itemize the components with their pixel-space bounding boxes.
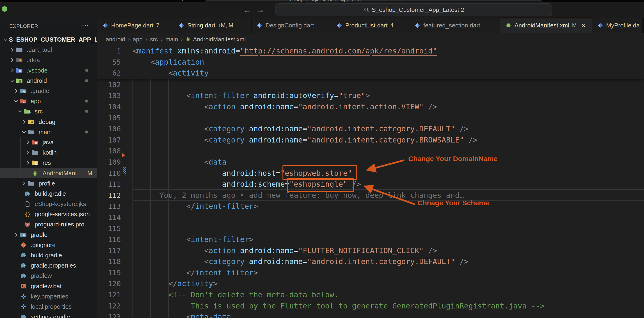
- folder-open-icon: [28, 128, 35, 136]
- sidebar-item-gradlew[interactable]: gradlew: [0, 270, 97, 281]
- chevron-right-icon[interactable]: [25, 160, 31, 166]
- android-icon: [186, 36, 191, 42]
- tab-string-dart[interactable]: String.dart↓M, M: [174, 18, 251, 33]
- chevron-right-icon[interactable]: [21, 119, 27, 124]
- code-line-120[interactable]: 120 </activity>: [97, 278, 644, 290]
- search-icon: [364, 7, 370, 13]
- code-line-115[interactable]: 115: [97, 223, 644, 234]
- sidebar-item-main[interactable]: main: [0, 127, 97, 137]
- code-line-119[interactable]: 119 </intent-filter>: [97, 267, 644, 278]
- sidebar-item-java[interactable]: java: [0, 137, 97, 148]
- code-line-113[interactable]: 113 </intent-filter>: [97, 201, 644, 212]
- sidebar-item-src[interactable]: </>src: [0, 106, 97, 116]
- sidebar-item-gradlew-bat[interactable]: gradlew.bat: [0, 281, 97, 291]
- file-icon: [24, 200, 31, 207]
- code-line-104[interactable]: 104 <action android:name="android.intent…: [97, 101, 644, 112]
- code-line-123[interactable]: 123 <meta-data: [97, 312, 644, 318]
- code-line-62[interactable]: 62 <activity: [97, 68, 644, 79]
- code-line-122[interactable]: 122 This is used by the Flutter tool to …: [97, 300, 644, 312]
- code-line-112[interactable]: 112 You, 2 months ago • add new feature:…: [97, 190, 644, 201]
- chevron-right-icon[interactable]: [13, 88, 19, 94]
- line-number: 117: [97, 245, 121, 256]
- code-line-105[interactable]: 105: [97, 112, 644, 124]
- sidebar-item-android[interactable]: android: [0, 76, 97, 86]
- sidebar-item-settings-gradle[interactable]: settings.gradle: [0, 312, 97, 318]
- tab-productlist-dart[interactable]: ProductList.dart4: [331, 18, 409, 33]
- chevron-down-icon[interactable]: [2, 37, 8, 42]
- breadcrumb: android›app›src›main›AndroidManifest.xml: [97, 33, 644, 46]
- breadcrumb-item-current[interactable]: AndroidManifest.xml: [186, 36, 246, 43]
- code-line-111[interactable]: 111 android:scheme="eshopsingle" />: [97, 179, 644, 190]
- sidebar-item-kotlin[interactable]: kotlin: [0, 148, 97, 158]
- chevron-down-icon[interactable]: [17, 108, 23, 114]
- code-line-114[interactable]: 114: [97, 212, 644, 223]
- breadcrumb-separator: ›: [181, 36, 183, 43]
- code-line-106[interactable]: 106 <category android:name="android.inte…: [97, 124, 644, 134]
- code-line-118[interactable]: 118 <category android:name="android.inte…: [97, 256, 644, 267]
- sidebar-item-androidmani-[interactable]: AndroidMani...M: [0, 168, 97, 178]
- sidebar-item-gradle-properties[interactable]: gradle.properties: [0, 260, 97, 270]
- traffic-light-green[interactable]: [2, 6, 7, 12]
- sidebar-item-gradle[interactable]: gradle: [0, 230, 97, 240]
- nav-back-icon[interactable]: ←: [242, 5, 252, 15]
- folder-slate-icon: [28, 180, 35, 187]
- chevron-down-icon[interactable]: [13, 98, 19, 104]
- chevron-right-icon[interactable]: [21, 180, 27, 186]
- code-line-108[interactable]: 108: [97, 146, 644, 157]
- code-line-116[interactable]: 116 <intent-filter>: [97, 234, 644, 245]
- folder-res-icon: [32, 159, 39, 166]
- close-icon[interactable]: ×: [582, 22, 586, 29]
- sidebar-item-build-gradle[interactable]: build.gradle: [0, 250, 97, 260]
- code-line-103[interactable]: 103 <intent-filter android:autoVerify="t…: [97, 90, 644, 101]
- code-line-102[interactable]: 102: [97, 79, 644, 90]
- tab-designconfig-dart[interactable]: DesignConfig.dart: [252, 18, 331, 33]
- code-editor[interactable]: 1<manifest xmlns:android="http://schemas…: [97, 46, 644, 318]
- sidebar-item-s-eshop-customer-app-la-[interactable]: S_ESHOP_CUSTOMER_APP_LA...: [0, 34, 97, 45]
- sidebar-item-debug[interactable]: debug: [0, 117, 97, 127]
- elephant-icon: [20, 262, 27, 269]
- chevron-down-icon[interactable]: [9, 78, 15, 84]
- sidebar-item-build-gradle[interactable]: build.gradle: [0, 188, 97, 199]
- chevron-down-icon[interactable]: [21, 129, 27, 135]
- item-label: .gradle: [31, 88, 49, 94]
- sidebar-item-proguard-rules-pro[interactable]: proguard-rules.pro: [0, 219, 97, 230]
- code-line-109[interactable]: 109 <data: [97, 157, 644, 168]
- sidebar-item-app[interactable]: app: [0, 96, 97, 106]
- code-line-110[interactable]: 110 android:host="eshopweb.store": [97, 168, 644, 179]
- sidebar-item--gitignore[interactable]: .gitignore: [0, 240, 97, 250]
- sidebar-item-eshop-keystore-jks[interactable]: eShop-keystore.jks: [0, 199, 97, 209]
- command-center-search[interactable]: S_eshop_Customer_App_Latest 2: [276, 4, 552, 16]
- sidebar-item-res[interactable]: res: [0, 158, 97, 168]
- breadcrumb-item[interactable]: app: [133, 36, 142, 43]
- sidebar-item--idea[interactable]: .idea: [0, 55, 97, 65]
- explorer-more-actions-icon[interactable]: ⋯: [82, 21, 89, 29]
- tab-androidmanifest-xml[interactable]: AndroidManifest.xmlM×: [500, 18, 592, 33]
- explorer-title: EXPLORER: [9, 23, 38, 29]
- code-line-107[interactable]: 107 <category android:name="android.inte…: [97, 134, 644, 146]
- chevron-right-icon[interactable]: [9, 68, 15, 73]
- sidebar-item--dart-tool[interactable]: .dart_tool: [0, 45, 97, 55]
- sidebar-item-profile[interactable]: profile: [0, 178, 97, 188]
- tab-myprofile-da[interactable]: MyProfile.da: [592, 18, 642, 33]
- sidebar-item--vscode[interactable]: .vscode: [0, 65, 97, 76]
- nav-forward-icon[interactable]: →: [255, 5, 266, 15]
- chevron-right-icon[interactable]: [25, 140, 31, 145]
- code-line-1[interactable]: 1<manifest xmlns:android="http://schemas…: [97, 46, 644, 57]
- tab-homepage-dart[interactable]: HomePage.dart7: [97, 18, 173, 33]
- item-label: app: [31, 98, 41, 105]
- breadcrumb-item[interactable]: main: [165, 36, 178, 43]
- code-line-55[interactable]: 55 <application: [97, 57, 644, 68]
- breadcrumb-item[interactable]: src: [150, 36, 158, 43]
- code-line-117[interactable]: 117 <action android:name="FLUTTER_NOTIFI…: [97, 245, 644, 256]
- code-line-121[interactable]: 121 <!-- Don't delete the meta-data belo…: [97, 290, 644, 300]
- sidebar-item-google-services-json[interactable]: {}google-services.json: [0, 209, 97, 219]
- chevron-right-icon[interactable]: [13, 232, 19, 238]
- breadcrumb-item[interactable]: android: [106, 36, 125, 43]
- sidebar-item-key-properties[interactable]: key.properties: [0, 291, 97, 302]
- chevron-right-icon[interactable]: [25, 150, 31, 155]
- sidebar-item-local-properties[interactable]: local.properties: [0, 302, 97, 312]
- chevron-right-icon[interactable]: [9, 47, 15, 52]
- sidebar-item--gradle[interactable]: .gradle: [0, 86, 97, 96]
- tab-featured-section-dart[interactable]: featured_section.dart: [410, 18, 500, 33]
- chevron-right-icon[interactable]: [9, 57, 15, 63]
